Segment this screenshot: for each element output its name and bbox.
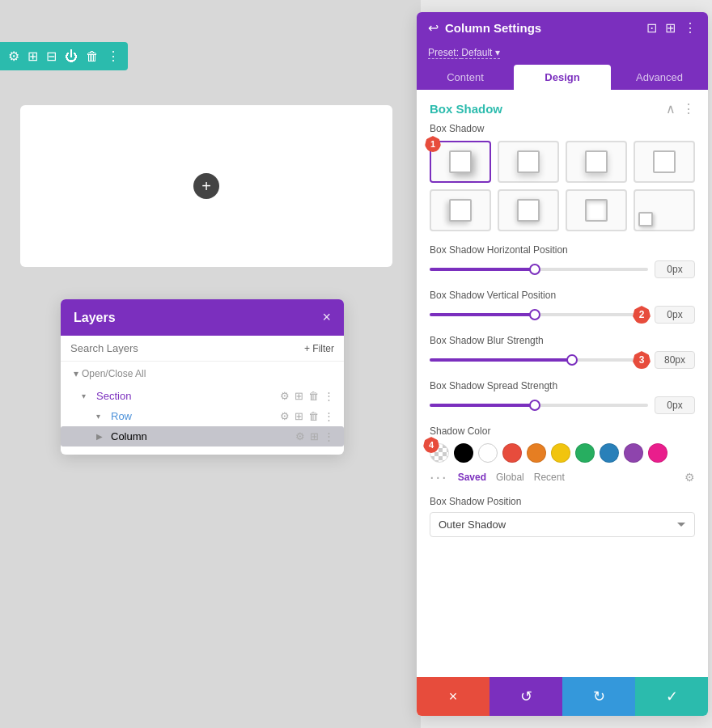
color-swatch-black[interactable]	[454, 443, 473, 463]
color-swatch-red[interactable]	[502, 443, 522, 463]
canvas-block: +	[20, 105, 392, 267]
tree-item-row[interactable]: ▾ Row ⚙ ⊞ 🗑 ⋮	[61, 406, 344, 426]
row-icons: ⚙ ⊞ 🗑 ⋮	[280, 410, 334, 422]
color-swatch-purple[interactable]	[624, 443, 643, 463]
section-header-icons: ∧ ⋮	[666, 101, 695, 116]
color-swatch-orange[interactable]	[527, 443, 546, 463]
shadow-preview-3	[653, 150, 676, 173]
layers-open-close[interactable]: ▾ Open/Close All	[61, 362, 344, 386]
color-tab-global[interactable]: Global	[496, 472, 524, 483]
cancel-button[interactable]: ×	[417, 677, 490, 716]
section-more-icon[interactable]: ⋮	[324, 390, 334, 402]
undo-button[interactable]: ↺	[490, 677, 562, 716]
slider-3-fill	[430, 404, 535, 407]
redo-button[interactable]: ↻	[562, 677, 635, 716]
add-button[interactable]: +	[193, 173, 219, 199]
section-more-icon[interactable]: ⋮	[682, 101, 695, 116]
collapse-icon[interactable]: ∧	[666, 101, 676, 116]
row-more-icon[interactable]: ⋮	[324, 410, 334, 422]
checker-swatch-wrapper: 4	[430, 443, 449, 463]
shadow-preview-4	[449, 199, 472, 222]
layers-panel-header: Layers ×	[61, 299, 344, 336]
shadow-preset-0[interactable]: 1	[430, 141, 491, 183]
fullscreen-icon[interactable]: ⊡	[646, 20, 657, 36]
tree-item-section[interactable]: ▾ Section ⚙ ⊞ 🗑 ⋮	[61, 386, 344, 406]
tab-content[interactable]: Content	[417, 65, 514, 90]
slider-2-fill	[430, 358, 572, 362]
slider-1-control: 2 0px	[430, 306, 695, 324]
shadow-preset-2[interactable]	[566, 141, 627, 183]
color-swatch-pink[interactable]	[648, 443, 668, 463]
grid-icon[interactable]: ⊟	[46, 49, 57, 64]
slider-0-control: 0px	[430, 260, 695, 278]
shadow-position-select[interactable]: Outer Shadow Inner Shadow	[430, 512, 695, 537]
column-duplicate-icon[interactable]: ⊞	[310, 430, 319, 442]
slider-0-track[interactable]	[430, 268, 648, 271]
preset-value[interactable]: Default ▾	[461, 47, 499, 59]
shadow-position-row: Box Shadow Position Outer Shadow Inner S…	[430, 496, 695, 537]
shadow-preset-3[interactable]	[634, 141, 695, 183]
shadow-preset-1[interactable]	[498, 141, 559, 183]
color-tab-recent[interactable]: Recent	[534, 472, 565, 483]
shadow-preset-6[interactable]	[566, 189, 627, 231]
column-more-icon[interactable]: ⋮	[324, 430, 334, 442]
slider-2-value: 80px	[655, 351, 695, 369]
shadow-preset-4[interactable]	[430, 189, 491, 231]
shadow-preset-5[interactable]	[498, 189, 559, 231]
panel-body: Box Shadow ∧ ⋮ Box Shadow 1	[417, 90, 708, 677]
layers-search-input[interactable]	[70, 342, 216, 354]
tab-design[interactable]: Design	[514, 65, 611, 90]
layers-filter-button[interactable]: + Filter	[304, 343, 334, 354]
slider-1-track[interactable]	[430, 313, 648, 316]
slider-horizontal-position: Box Shadow Horizontal Position 0px	[430, 244, 695, 278]
toolbar-strip: ⚙ ⊞ ⊟ ⏻ 🗑 ⋮	[0, 42, 128, 70]
section-settings-icon[interactable]: ⚙	[280, 390, 290, 402]
slider-3-thumb[interactable]	[529, 400, 540, 411]
column-settings-icon[interactable]: ⚙	[295, 430, 305, 442]
slider-0-thumb[interactable]	[529, 264, 540, 275]
plus-icon: +	[201, 177, 211, 196]
layers-close-button[interactable]: ×	[322, 309, 331, 326]
save-button[interactable]: ✓	[635, 677, 708, 716]
tab-advanced[interactable]: Advanced	[611, 65, 708, 90]
panel-header-icons: ⊡ ⊞ ⋮	[646, 20, 697, 36]
panel-more-icon[interactable]: ⋮	[684, 20, 697, 36]
slider-3-control: 0px	[430, 396, 695, 414]
row-delete-icon[interactable]: 🗑	[308, 410, 319, 422]
shadow-position-label: Box Shadow Position	[430, 496, 695, 507]
more-icon[interactable]: ⋮	[107, 49, 120, 64]
check-icon: ✓	[666, 688, 678, 705]
color-swatch-yellow[interactable]	[551, 443, 570, 463]
row-duplicate-icon[interactable]: ⊞	[295, 410, 303, 422]
row-settings-icon[interactable]: ⚙	[280, 410, 290, 422]
back-icon[interactable]: ↩	[428, 20, 439, 36]
preset-label: Preset:	[428, 47, 461, 59]
box-shadow-section-header: Box Shadow ∧ ⋮	[430, 90, 695, 123]
tree-item-column[interactable]: ▶ Column ⚙ ⊞ ⋮	[61, 426, 344, 447]
shadow-preview-1	[517, 150, 540, 173]
section-delete-icon[interactable]: 🗑	[308, 390, 319, 402]
columns-icon[interactable]: ⊞	[665, 20, 676, 36]
color-more-dots[interactable]: ···	[430, 468, 448, 486]
section-duplicate-icon[interactable]: ⊞	[295, 390, 303, 402]
panel-title: Column Settings	[445, 21, 541, 35]
slider-1-label: Box Shadow Vertical Position	[430, 290, 695, 301]
delete-icon[interactable]: 🗑	[86, 49, 99, 64]
slider-2-thumb[interactable]	[566, 354, 578, 366]
duplicate-icon[interactable]: ⊞	[28, 49, 38, 64]
color-swatch-green[interactable]	[575, 443, 595, 463]
slider-1-thumb[interactable]	[529, 309, 540, 320]
color-swatch-blue[interactable]	[600, 443, 619, 463]
color-settings-gear[interactable]: ⚙	[684, 471, 695, 484]
box-shadow-title: Box Shadow	[430, 102, 502, 116]
settings-icon[interactable]: ⚙	[8, 49, 19, 64]
panel-tabs: Content Design Advanced	[417, 65, 708, 90]
power-icon[interactable]: ⏻	[65, 49, 78, 64]
slider-3-value: 0px	[655, 396, 695, 414]
color-swatch-white[interactable]	[478, 443, 498, 463]
panel-footer: × ↺ ↻ ✓	[417, 677, 708, 716]
slider-3-track[interactable]	[430, 404, 648, 407]
shadow-preset-7[interactable]	[634, 189, 695, 231]
color-tab-saved[interactable]: Saved	[458, 472, 486, 483]
slider-2-track[interactable]	[430, 358, 648, 362]
